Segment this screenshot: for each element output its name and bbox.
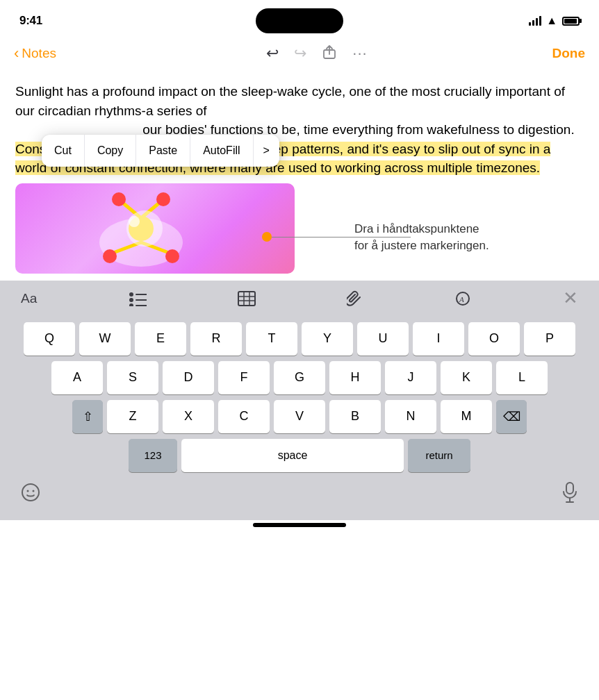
undo-button[interactable]: ↩ — [266, 44, 279, 62]
key-c[interactable]: C — [218, 400, 270, 433]
key-q[interactable]: Q — [24, 322, 75, 356]
return-key[interactable]: return — [408, 439, 470, 472]
key-m[interactable]: M — [441, 400, 492, 433]
dynamic-island — [256, 8, 343, 33]
key-h[interactable]: H — [329, 361, 381, 394]
status-icons: ▲ — [529, 15, 580, 27]
keyboard-row-4: 123 space return — [3, 439, 596, 472]
keyboard-row-3: ⇧ Z X C V B N M ⌫ — [3, 400, 596, 433]
svg-point-13 — [129, 292, 133, 297]
list-button[interactable] — [129, 291, 147, 306]
key-f[interactable]: F — [218, 361, 270, 394]
svg-point-7 — [112, 192, 126, 206]
signal-bars-icon — [529, 16, 541, 26]
share-button[interactable] — [322, 44, 337, 63]
table-button[interactable] — [238, 291, 256, 306]
key-r[interactable]: R — [190, 322, 242, 356]
key-v[interactable]: V — [274, 400, 325, 433]
nav-bar: ‹ Notes ↩ ↪ ··· Done — [0, 36, 599, 74]
key-n[interactable]: N — [385, 400, 436, 433]
delete-key[interactable]: ⌫ — [496, 400, 527, 433]
keyboard-row-2: A S D F G H J K L — [3, 361, 596, 394]
note-image — [15, 183, 295, 274]
shift-key[interactable]: ⇧ — [72, 400, 103, 433]
copy-button[interactable]: Copy — [85, 135, 136, 167]
key-e[interactable]: E — [135, 322, 186, 356]
more-menu-button[interactable]: > — [254, 135, 279, 167]
key-d[interactable]: D — [163, 361, 214, 394]
svg-point-8 — [156, 192, 170, 206]
svg-point-28 — [33, 490, 35, 492]
key-k[interactable]: K — [441, 361, 492, 394]
svg-point-11 — [126, 210, 163, 247]
key-l[interactable]: L — [496, 361, 548, 394]
svg-point-10 — [165, 249, 179, 263]
cut-button[interactable]: Cut — [42, 135, 85, 167]
context-menu: Cut Copy Paste AutoFill > — [42, 135, 279, 167]
key-a[interactable]: A — [51, 361, 103, 394]
svg-point-17 — [129, 303, 133, 306]
attach-button[interactable] — [347, 290, 362, 307]
back-button[interactable]: ‹ Notes — [14, 46, 90, 61]
keyboard: Q W E R T Y U I O P A S D F G H J K L ⇧ … — [0, 317, 599, 475]
keyboard-row-1: Q W E R T Y U I O P — [3, 322, 596, 356]
svg-point-12 — [129, 216, 140, 227]
key-z[interactable]: Z — [107, 400, 158, 433]
redo-button[interactable]: ↪ — [294, 44, 306, 62]
wifi-icon: ▲ — [546, 15, 557, 27]
autofill-button[interactable]: AutoFill — [190, 135, 253, 167]
bottom-bar — [0, 475, 599, 520]
svg-text:A: A — [459, 295, 464, 303]
numbers-key[interactable]: 123 — [129, 439, 177, 472]
key-y[interactable]: Y — [302, 322, 353, 356]
svg-point-27 — [27, 490, 29, 492]
key-g[interactable]: G — [274, 361, 325, 394]
key-w[interactable]: W — [79, 322, 131, 356]
selection-handle[interactable] — [262, 232, 272, 242]
key-o[interactable]: O — [468, 322, 520, 356]
key-i[interactable]: I — [413, 322, 464, 356]
emoji-button[interactable] — [21, 483, 40, 507]
more-button[interactable]: ··· — [352, 44, 367, 62]
paste-button[interactable]: Paste — [136, 135, 190, 167]
svg-rect-29 — [566, 483, 573, 494]
molecule-illustration — [44, 187, 266, 270]
text-format-button[interactable]: Aa — [21, 291, 37, 306]
mic-button[interactable] — [561, 482, 578, 508]
chevron-left-icon: ‹ — [14, 46, 19, 61]
key-u[interactable]: U — [357, 322, 409, 356]
key-b[interactable]: B — [329, 400, 381, 433]
svg-point-9 — [103, 249, 117, 263]
close-toolbar-button[interactable]: ✕ — [563, 288, 578, 309]
status-time: 9:41 — [19, 14, 42, 28]
home-indicator — [253, 523, 346, 527]
svg-point-26 — [22, 484, 39, 501]
back-label: Notes — [22, 46, 56, 61]
key-j[interactable]: J — [385, 361, 436, 394]
key-p[interactable]: P — [524, 322, 575, 356]
note-text-normal: Sunlight has a profound impact on the sl… — [15, 84, 565, 118]
key-s[interactable]: S — [107, 361, 158, 394]
markup-button[interactable]: A — [454, 291, 472, 306]
battery-icon — [562, 17, 580, 26]
nav-tools: ↩ ↪ ··· — [90, 44, 543, 63]
space-key[interactable]: space — [181, 439, 404, 472]
svg-point-15 — [129, 298, 133, 302]
key-t[interactable]: T — [246, 322, 297, 356]
format-toolbar: Aa A ✕ — [0, 281, 599, 317]
svg-rect-19 — [238, 292, 255, 306]
done-button[interactable]: Done — [543, 46, 585, 61]
callout-line — [272, 237, 411, 238]
key-x[interactable]: X — [163, 400, 214, 433]
